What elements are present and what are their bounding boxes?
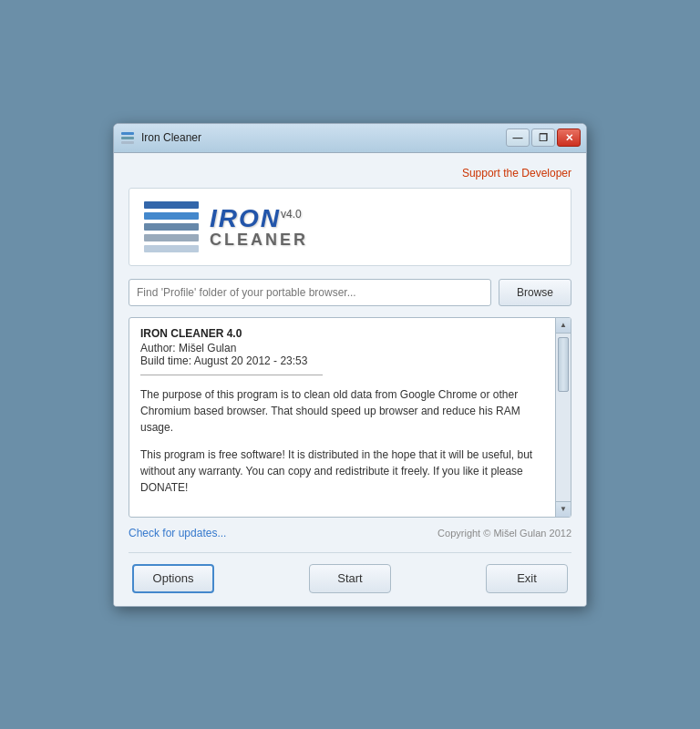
browse-button[interactable]: Browse <box>499 279 571 306</box>
info-text-area: IRON CLEANER 4.0 Author: Mišel Gulan Bui… <box>129 318 555 517</box>
info-box: IRON CLEANER 4.0 Author: Mišel Gulan Bui… <box>129 317 571 518</box>
exit-button[interactable]: Exit <box>486 564 568 593</box>
info-paragraph-2: This program is free software! It is dis… <box>140 447 544 496</box>
title-bar-buttons: — ❒ ✕ <box>506 128 581 147</box>
main-content: Support the Developer IRONv4.0 CLEANER B… <box>114 153 586 606</box>
logo-bar-2 <box>144 212 199 220</box>
support-link-container: Support the Developer <box>129 164 571 180</box>
logo-bar-5 <box>144 245 199 252</box>
browse-row: Browse <box>129 279 571 306</box>
logo-bar-1 <box>144 201 199 209</box>
logo-text: IRONv4.0 CLEANER <box>210 206 308 248</box>
app-icon <box>121 130 136 145</box>
copyright-text: Copyright © Mišel Gulan 2012 <box>438 528 571 539</box>
logo-cleaner-text: CLEANER <box>210 231 308 248</box>
info-author: Author: Mišel Gulan <box>140 342 544 354</box>
info-title: IRON CLEANER 4.0 <box>140 327 544 340</box>
window-title: Iron Cleaner <box>141 131 201 144</box>
start-button[interactable]: Start <box>309 564 391 593</box>
maximize-button[interactable]: ❒ <box>531 128 555 147</box>
close-button[interactable]: ✕ <box>557 128 581 147</box>
logo-bars <box>144 201 199 252</box>
options-button[interactable]: Options <box>132 564 214 593</box>
scroll-down-arrow[interactable]: ▼ <box>556 501 571 517</box>
support-developer-link[interactable]: Support the Developer <box>462 167 571 180</box>
info-build: Build time: August 20 2012 - 23:53 <box>140 354 544 367</box>
scroll-up-arrow[interactable]: ▲ <box>556 318 571 334</box>
profile-folder-input[interactable] <box>129 279 491 306</box>
separator <box>129 552 571 553</box>
scroll-track <box>556 334 571 501</box>
minimize-button[interactable]: — <box>506 128 530 147</box>
logo-bar-3 <box>144 223 199 231</box>
footer-links: Check for updates... Copyright © Mišel G… <box>129 527 571 539</box>
scrollbar: ▲ ▼ <box>555 318 571 517</box>
bottom-buttons: Options Start Exit <box>129 564 571 593</box>
info-paragraph-1: The purpose of this program is to clean … <box>140 386 544 436</box>
scroll-thumb[interactable] <box>558 337 569 392</box>
title-bar-left: Iron Cleaner <box>121 130 201 145</box>
logo-area: IRONv4.0 CLEANER <box>129 188 571 266</box>
title-bar: Iron Cleaner — ❒ ✕ <box>114 124 586 153</box>
main-window: Iron Cleaner — ❒ ✕ Support the Developer <box>113 123 587 607</box>
logo-iron-text: IRONv4.0 <box>210 206 308 231</box>
logo-bar-4 <box>144 234 199 241</box>
info-divider <box>140 375 323 375</box>
check-updates-link[interactable]: Check for updates... <box>129 527 226 539</box>
